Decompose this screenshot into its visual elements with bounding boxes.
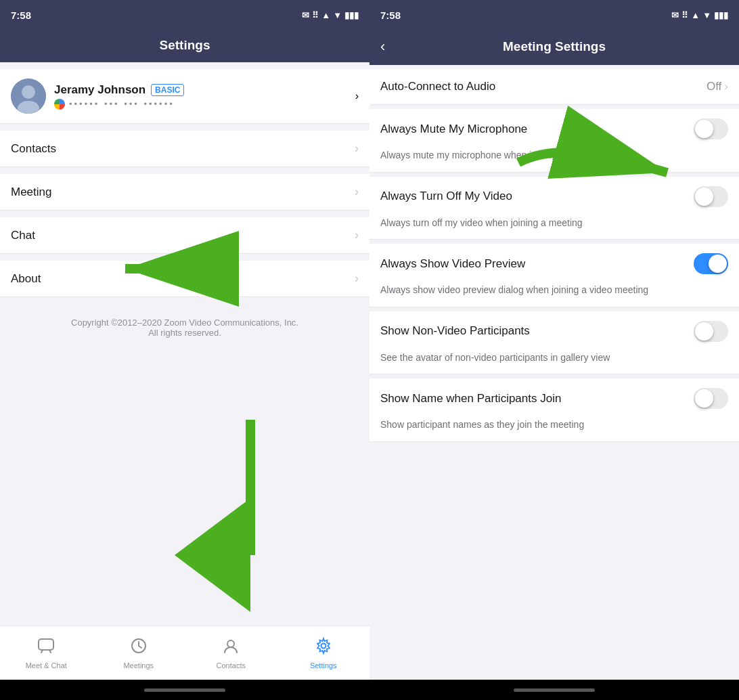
auto-connect-row[interactable]: Auto-Connect to Audio Off ›: [370, 69, 739, 105]
status-bar-right: 7:58 ✉ ⠿ ▲ ▼ ▮▮▮: [370, 0, 739, 30]
always-show-preview-desc: Always show video preview dialog when jo…: [370, 284, 739, 307]
show-name-toggle[interactable]: [694, 388, 728, 409]
chat-item[interactable]: Chat ›: [0, 217, 370, 254]
show-name-row: Show Name when Participants Join Show pa…: [370, 378, 739, 442]
settings-header: Settings: [0, 30, 370, 62]
meet-chat-label: Meet & Chat: [26, 661, 67, 670]
profile-name: Jeramy Johnson BASIC: [54, 83, 347, 97]
always-show-preview-title: Always Show Video Preview: [380, 257, 525, 271]
settings-tab-icon: [315, 637, 332, 659]
meeting-settings-header: ‹ Meeting Settings: [370, 30, 739, 65]
meetings-label: Meetings: [123, 661, 154, 670]
svg-rect-3: [39, 639, 53, 650]
about-chevron: ›: [355, 271, 359, 286]
chat-chevron: ›: [355, 228, 359, 242]
meetings-icon: [130, 637, 148, 659]
always-video-off-desc: Always turn off my video when joining a …: [370, 217, 739, 240]
always-video-off-knob: [695, 188, 713, 206]
basic-badge: BASIC: [151, 84, 184, 96]
auto-connect-value: Off ›: [707, 80, 728, 93]
time-left: 7:58: [11, 9, 31, 21]
time-right: 7:58: [380, 9, 401, 21]
profile-meta: •••••• ••• ••• ••••••: [54, 99, 347, 110]
copyright-text: Copyright ©2012–2020 Zoom Video Communic…: [71, 318, 298, 338]
tab-settings[interactable]: Settings: [277, 632, 370, 675]
show-non-video-row: Show Non-Video Participants See the avat…: [370, 311, 739, 375]
meet-chat-icon: [37, 637, 55, 659]
show-name-knob: [695, 389, 713, 408]
meeting-chevron: ›: [355, 185, 359, 199]
copyright-section: Copyright ©2012–2020 Zoom Video Communic…: [0, 304, 370, 351]
contacts-chevron: ›: [355, 141, 359, 156]
meeting-item[interactable]: Meeting ›: [0, 174, 370, 211]
tab-meetings[interactable]: Meetings: [93, 632, 185, 675]
bottom-tabs: Meet & Chat Meetings Con: [0, 626, 370, 680]
meeting-settings-title: Meeting Settings: [503, 39, 606, 54]
avatar: [11, 79, 46, 114]
show-non-video-desc: See the avatar of non-video participants…: [370, 351, 739, 374]
tab-meet-chat[interactable]: Meet & Chat: [0, 632, 93, 675]
always-video-off-row: Always Turn Off My Video Always turn off…: [370, 177, 739, 240]
tab-contacts[interactable]: Contacts: [185, 632, 277, 675]
profile-info: Jeramy Johnson BASIC •••••• ••• ••• ••••…: [54, 83, 347, 110]
status-icons-left: ✉ ⠿ ▲ ▼ ▮▮▮: [302, 10, 359, 20]
contacts-tab-icon: [222, 637, 240, 659]
google-icon: [54, 99, 65, 110]
always-mute-desc: Always mute my microphone when joining a…: [370, 149, 739, 172]
home-bar-right: [514, 688, 595, 692]
always-mute-toggle[interactable]: [694, 118, 728, 139]
status-icons-right: ✉ ⠿ ▲ ▼ ▮▮▮: [671, 10, 728, 20]
contacts-item[interactable]: Contacts ›: [0, 131, 370, 167]
show-name-title: Show Name when Participants Join: [380, 392, 561, 406]
profile-email: •••••• ••• ••• ••••••: [69, 99, 175, 109]
settings-content-left: Jeramy Johnson BASIC •••••• ••• ••• ••••…: [0, 62, 370, 626]
contacts-tab-label: Contacts: [217, 661, 246, 670]
show-non-video-knob: [695, 322, 713, 341]
always-show-preview-row: Always Show Video Preview Always show vi…: [370, 244, 739, 307]
show-non-video-title: Show Non-Video Participants: [380, 324, 530, 338]
svg-point-6: [321, 643, 326, 648]
home-indicator-left: [0, 680, 370, 700]
auto-connect-title: Auto-Connect to Audio: [380, 80, 495, 93]
svg-point-1: [22, 85, 35, 99]
profile-item[interactable]: Jeramy Johnson BASIC •••••• ••• ••• ••••…: [0, 69, 370, 124]
always-show-preview-knob: [709, 255, 727, 273]
about-item[interactable]: About ›: [0, 261, 370, 297]
status-bar-left: 7:58 ✉ ⠿ ▲ ▼ ▮▮▮: [0, 0, 370, 30]
always-video-off-title: Always Turn Off My Video: [380, 190, 512, 203]
home-bar-left: [144, 688, 225, 692]
meeting-settings-content: Auto-Connect to Audio Off › Always Mute …: [370, 65, 739, 680]
back-button[interactable]: ‹: [380, 38, 385, 56]
home-indicator-right: [370, 680, 739, 700]
always-mute-title: Always Mute My Microphone: [380, 123, 527, 136]
always-video-off-toggle[interactable]: [694, 186, 728, 207]
show-name-desc: Show participant names as they join the …: [370, 418, 739, 441]
svg-point-5: [227, 640, 234, 647]
show-non-video-toggle[interactable]: [694, 321, 728, 342]
always-mute-row: Always Mute My Microphone Always mute my…: [370, 109, 739, 173]
profile-chevron: ›: [355, 90, 359, 102]
auto-connect-chevron: ›: [724, 80, 728, 93]
settings-title: Settings: [160, 38, 210, 52]
always-mute-knob: [695, 120, 713, 138]
always-show-preview-toggle[interactable]: [694, 253, 728, 274]
settings-tab-label: Settings: [310, 661, 337, 670]
